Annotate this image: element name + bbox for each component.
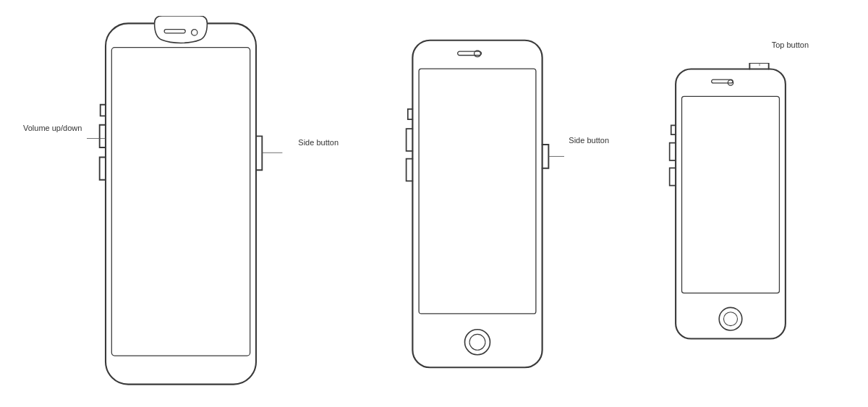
svg-rect-3 [111,47,250,355]
diagram-container: Volume up/down Side button [0,0,868,407]
phone3-wrapper: Top button [658,63,803,345]
phone2-svg [391,34,564,374]
side-button-label-phone2: Side button [569,135,609,145]
svg-point-10 [465,329,490,354]
phone2-wrapper: Side button [391,34,564,374]
svg-rect-16 [682,96,780,293]
top-button-label: Top button [772,40,809,50]
phone3-svg [658,63,803,345]
phone1-svg [65,16,297,392]
svg-rect-9 [419,69,536,314]
svg-point-17 [719,307,742,330]
volume-label: Volume up/down [23,123,82,133]
phone1-wrapper: Volume up/down Side button [65,16,297,392]
side-button-label-phone1: Side button [298,137,339,147]
